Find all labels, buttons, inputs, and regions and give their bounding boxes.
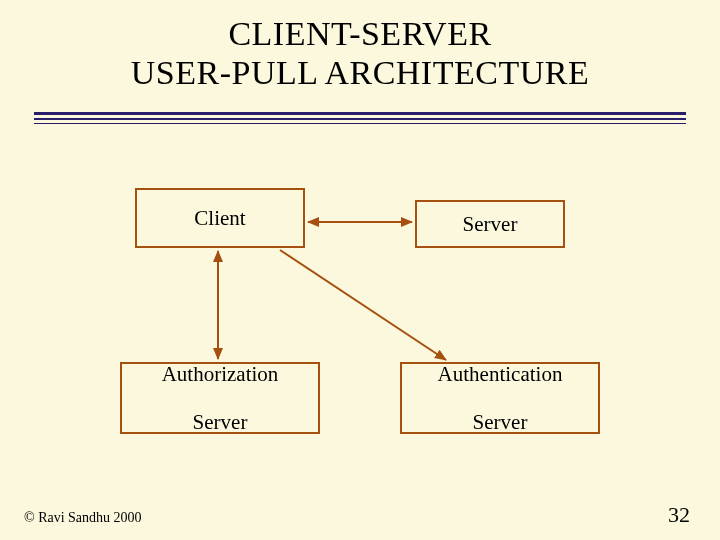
box-client-label: Client bbox=[194, 206, 245, 230]
box-client: Client bbox=[135, 188, 305, 248]
box-authentication-server: Authentication Server bbox=[400, 362, 600, 434]
arrow-client-authn bbox=[280, 250, 446, 360]
diagram-canvas: Client Server Authorization Server Authe… bbox=[0, 0, 720, 540]
box-server-label: Server bbox=[463, 212, 518, 236]
footer-copyright: © Ravi Sandhu 2000 bbox=[24, 510, 142, 526]
box-authz-label-1: Authorization bbox=[162, 362, 279, 386]
box-authn-label-2: Server bbox=[438, 410, 563, 434]
box-authorization-server: Authorization Server bbox=[120, 362, 320, 434]
arrows-layer bbox=[0, 0, 720, 540]
box-authz-label-2: Server bbox=[162, 410, 279, 434]
box-server: Server bbox=[415, 200, 565, 248]
box-authn-label-1: Authentication bbox=[438, 362, 563, 386]
footer-page-number: 32 bbox=[668, 502, 690, 528]
